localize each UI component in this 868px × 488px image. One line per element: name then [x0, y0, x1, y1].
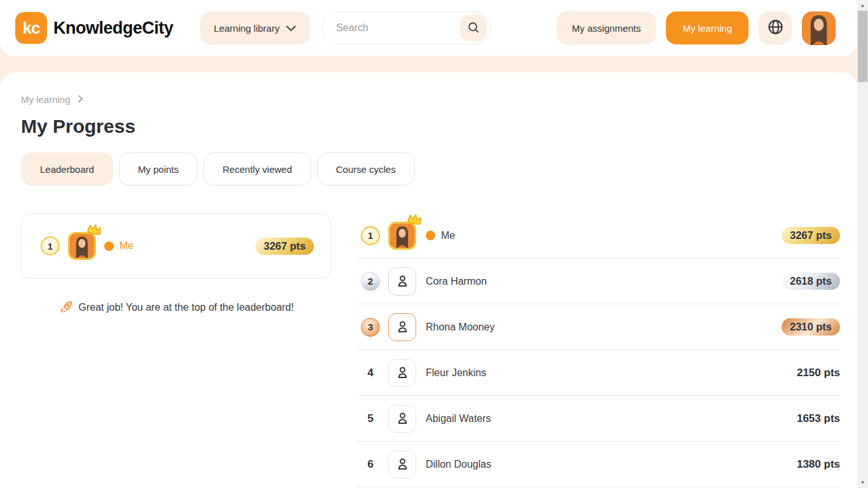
logo-wordmark: KnowledgeCity	[53, 18, 173, 38]
search-button[interactable]	[460, 15, 487, 41]
leaderboard-row: 1	[356, 213, 840, 259]
tab-leaderboard[interactable]: Leaderboard	[21, 152, 113, 186]
main-panel: My learning My Progress Leaderboard My p…	[0, 72, 857, 488]
tab-recently-viewed[interactable]: Recently viewed	[203, 152, 311, 186]
congrats-text: Great job! You are at the top of the lea…	[79, 302, 294, 313]
rank-number: 5	[361, 412, 380, 425]
rank-badge: 1	[361, 226, 380, 245]
user-name: Dillon Douglas	[426, 459, 491, 470]
scrollbar-down-arrow[interactable]: ▼	[857, 477, 868, 488]
person-icon	[394, 410, 411, 427]
leaderboard-row: 4 Fleur Jenkins 2150 pts	[356, 350, 840, 396]
user-name: Me	[426, 230, 455, 241]
rank-slot: 4	[361, 367, 380, 379]
language-button[interactable]	[759, 11, 792, 44]
page-title: My Progress	[21, 116, 840, 137]
avatar-image	[388, 222, 416, 250]
congrats-message: Great job! You are at the top of the lea…	[21, 300, 331, 315]
my-avatar	[68, 232, 96, 260]
dot-icon	[426, 231, 435, 240]
avatar-placeholder	[388, 405, 416, 433]
avatar-placeholder	[388, 313, 416, 341]
my-assignments-label: My assignments	[572, 23, 641, 34]
points-badge: 3267 pts	[255, 238, 314, 255]
points-badge: 3267 pts	[782, 227, 840, 244]
user-name: Fleur Jenkins	[426, 367, 486, 379]
search-icon	[466, 20, 480, 36]
leaderboard-content: 1	[21, 213, 840, 487]
points-badge: 2618 pts	[782, 273, 840, 290]
my-rank-card: 1	[21, 213, 331, 279]
points-value: 1380 pts	[797, 458, 840, 471]
avatar-placeholder	[388, 451, 416, 478]
scrollbar[interactable]: ▲ ▼	[857, 0, 868, 488]
tab-my-points[interactable]: My points	[119, 152, 198, 186]
learning-library-label: Learning library	[214, 23, 280, 34]
dot-icon	[104, 241, 114, 251]
rank-slot: 1	[361, 226, 380, 245]
avatar-placeholder	[388, 359, 416, 387]
leaderboard-list: 1	[356, 213, 840, 487]
user-name: Rhona Mooney	[426, 322, 495, 333]
user-name: Me	[119, 240, 133, 252]
avatar-placeholder	[388, 268, 416, 295]
my-learning-label: My learning	[682, 23, 732, 34]
avatar	[388, 222, 416, 250]
my-learning-button[interactable]: My learning	[666, 11, 749, 44]
rocket-icon	[58, 300, 73, 315]
leaderboard-row: 2 Cora Harmon 2618 pts	[356, 259, 840, 304]
tabs-bar: Leaderboard My points Recently viewed Co…	[21, 152, 840, 186]
rank-slot: 5	[361, 412, 380, 425]
rank-slot: 3	[361, 318, 380, 337]
profile-avatar[interactable]	[802, 11, 836, 45]
person-icon	[394, 456, 411, 473]
breadcrumb: My learning	[21, 94, 840, 105]
chevron-down-icon	[286, 23, 296, 34]
rank-number: 4	[361, 367, 380, 379]
person-icon	[394, 273, 411, 290]
breadcrumb-my-learning[interactable]: My learning	[21, 94, 71, 105]
rank-badge: 1	[41, 236, 60, 255]
rank-badge: 3	[361, 318, 380, 337]
leaderboard-row: 6 Dillon Douglas 1380 pts	[356, 442, 840, 487]
top-navbar: kc KnowledgeCity Learning library My ass…	[0, 0, 857, 56]
leaderboard-row: 5 Abigail Waters 1653 pts	[356, 396, 840, 442]
points-value: 2150 pts	[797, 367, 840, 379]
user-name: Cora Harmon	[426, 276, 487, 287]
avatar-image	[802, 11, 836, 45]
app-root: kc KnowledgeCity Learning library My ass…	[0, 0, 857, 488]
tab-course-cycles[interactable]: Course cycles	[317, 152, 415, 186]
learning-library-dropdown[interactable]: Learning library	[200, 11, 310, 44]
avatar-image	[68, 232, 96, 260]
rank-slot: 2	[361, 272, 380, 291]
user-name-text: Me	[441, 230, 455, 241]
scrollbar-thumb[interactable]	[858, 11, 867, 82]
user-name: Abigail Waters	[426, 413, 491, 424]
scrollbar-up-arrow[interactable]: ▲	[857, 0, 868, 11]
search-input[interactable]	[336, 22, 460, 34]
header-actions: My assignments My learning	[557, 11, 836, 45]
points-badge: 2310 pts	[782, 318, 840, 336]
rank-badge: 2	[361, 272, 380, 291]
my-assignments-button[interactable]: My assignments	[557, 11, 656, 44]
leaderboard-row: 3 Rhona Mooney 2310 pts	[356, 304, 840, 350]
person-icon	[394, 364, 411, 381]
globe-icon	[767, 18, 784, 37]
knowledgecity-logo[interactable]: kc KnowledgeCity	[15, 12, 173, 44]
my-rank-column: 1	[21, 213, 331, 487]
logo-kc-icon: kc	[15, 12, 47, 44]
rank-slot: 6	[361, 458, 380, 471]
chevron-right-icon	[78, 94, 83, 105]
person-icon	[394, 318, 411, 336]
points-value: 1653 pts	[797, 412, 840, 425]
rank-number: 6	[361, 458, 380, 471]
search-bar	[322, 11, 491, 44]
